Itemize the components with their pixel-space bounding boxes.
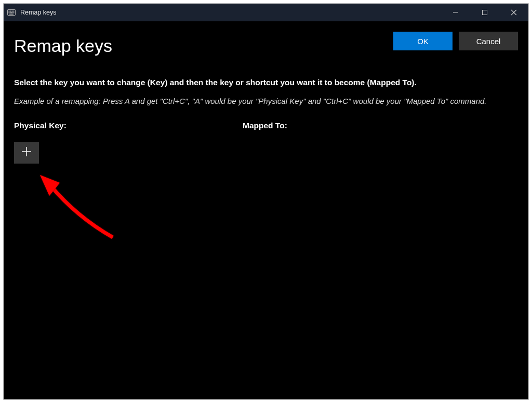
svg-rect-5 <box>9 12 10 14</box>
svg-rect-4 <box>14 11 15 12</box>
svg-rect-2 <box>10 11 11 12</box>
page-title: Remap keys <box>14 36 112 56</box>
keyboard-icon <box>7 9 16 16</box>
svg-rect-10 <box>483 10 487 15</box>
content-area: Remap keys OK Cancel Select the key you … <box>4 21 528 174</box>
window: Remap keys Remap keys OK Cancel <box>4 4 528 399</box>
maximize-button[interactable] <box>470 4 499 21</box>
columns: Physical Key: Mapped To: <box>14 121 518 164</box>
add-remap-button[interactable] <box>14 142 39 164</box>
mapped-to-column: Mapped To: <box>243 121 287 164</box>
svg-rect-6 <box>10 12 13 14</box>
svg-rect-3 <box>12 11 13 12</box>
example-text: Example of a remapping: Press A and get … <box>14 96 518 107</box>
titlebar: Remap keys <box>4 4 528 21</box>
annotation-arrow-icon <box>35 170 123 243</box>
window-controls <box>441 4 528 21</box>
ok-button[interactable]: OK <box>393 32 453 50</box>
svg-rect-8 <box>9 14 14 15</box>
mapped-to-label: Mapped To: <box>243 121 287 130</box>
svg-rect-1 <box>9 11 10 12</box>
minimize-button[interactable] <box>441 4 470 21</box>
physical-key-label: Physical Key: <box>14 121 243 130</box>
physical-key-column: Physical Key: <box>14 121 243 164</box>
header-row: Remap keys OK Cancel <box>14 32 518 56</box>
svg-marker-15 <box>40 175 60 196</box>
titlebar-title: Remap keys <box>20 9 441 16</box>
instruction-text: Select the key you want to change (Key) … <box>14 77 518 88</box>
cancel-button[interactable]: Cancel <box>459 32 518 50</box>
plus-icon <box>21 146 32 159</box>
action-buttons: OK Cancel <box>393 32 518 50</box>
close-button[interactable] <box>499 4 528 21</box>
svg-rect-7 <box>14 12 15 14</box>
